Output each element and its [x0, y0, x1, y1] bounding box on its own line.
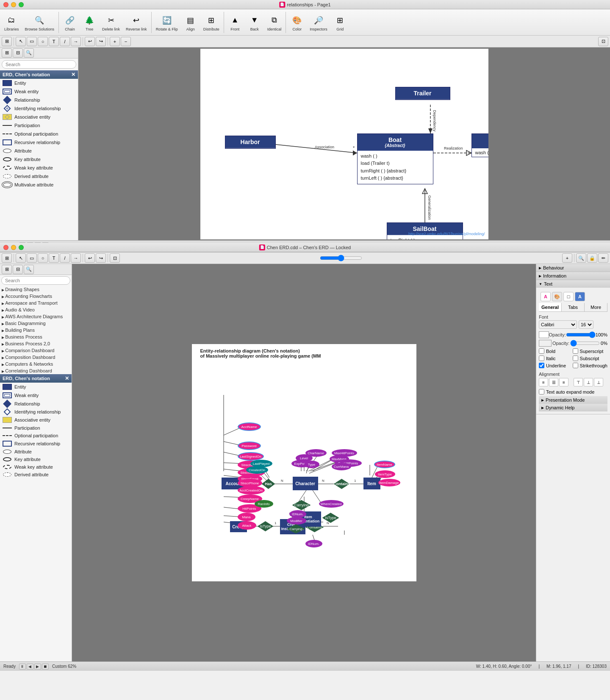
- acctname-ellipse[interactable]: AcctName: [238, 422, 261, 431]
- strikethrough-checkbox[interactable]: [573, 363, 578, 368]
- opacity1-slider[interactable]: [566, 331, 596, 338]
- sidebar-item-identifying-rel-2[interactable]: Identifying relationship: [0, 408, 72, 416]
- character-entity[interactable]: Character: [293, 477, 318, 490]
- bg-color-box[interactable]: [539, 340, 552, 347]
- fit-btn[interactable]: ⊡: [598, 37, 608, 46]
- cat-computers[interactable]: Computers & Networks: [0, 361, 72, 367]
- text-color-box[interactable]: [539, 331, 549, 338]
- browse-solutions-button[interactable]: 🔍 Browse Solutions: [22, 12, 57, 33]
- stop-btn-2[interactable]: ⏹: [42, 664, 49, 669]
- arrow-tool-2[interactable]: →: [71, 253, 81, 263]
- acctcreatedon-ellipse[interactable]: AcctCreatedOn: [238, 486, 265, 494]
- trailer-box[interactable]: Trailer: [395, 87, 450, 100]
- text-color-btn[interactable]: A: [541, 292, 551, 301]
- sidebar-search-btn[interactable]: 🔍: [24, 48, 34, 58]
- undo-btn[interactable]: ↩: [85, 37, 95, 46]
- item-entity[interactable]: Item: [363, 478, 380, 489]
- tree-button[interactable]: 🌲 Tree: [80, 12, 99, 33]
- lastsignedon-ellipse[interactable]: LastSignedOn: [238, 452, 264, 461]
- zoom-plus-2[interactable]: +: [562, 253, 572, 263]
- canvas-area-1[interactable]: Dependency Association * Realization: [78, 47, 610, 240]
- itemtype-ellipse[interactable]: ItemType: [375, 470, 395, 478]
- sidebar-item-entity[interactable]: Entity: [0, 79, 78, 87]
- canvas-paper-1[interactable]: Dependency Association * Realization: [200, 49, 488, 239]
- sidebar-item-attribute-2[interactable]: Attribute: [0, 448, 72, 456]
- text-auto-expand-checkbox[interactable]: [539, 389, 544, 394]
- createdon-ellipse[interactable]: CreatedOn: [246, 466, 268, 474]
- sidebar-search-btn-2[interactable]: 🔍: [24, 265, 34, 274]
- erd-section-header[interactable]: ERD, Chen's notation ✕: [0, 70, 78, 79]
- type-ellipse[interactable]: Type: [304, 461, 319, 468]
- align-button[interactable]: ▤ Align: [181, 12, 200, 33]
- rectangle-tool-2[interactable]: ▭: [27, 253, 37, 263]
- font-size-select[interactable]: 16: [579, 320, 593, 329]
- sidebar-item-optional-participation[interactable]: Optional participation: [0, 130, 78, 138]
- align-right-btn[interactable]: ≡: [559, 378, 568, 386]
- text-tool-2[interactable]: T: [49, 253, 59, 263]
- sidebar-item-weak-key-attr-2[interactable]: Weak key attribute: [0, 463, 72, 471]
- sidebar-item-relationship-2[interactable]: Relationship: [0, 400, 72, 408]
- cat-composition[interactable]: Composition Dashboard: [0, 354, 72, 361]
- idnum2-ellipse[interactable]: IDNum.: [305, 540, 322, 547]
- password-ellipse[interactable]: Password: [238, 442, 261, 450]
- maximize-button-1[interactable]: [19, 2, 24, 7]
- sidebar-item-weak-entity[interactable]: Weak entity: [0, 87, 78, 96]
- minimize-button-2[interactable]: [11, 245, 16, 250]
- align-middle-btn[interactable]: ⊥: [584, 378, 593, 386]
- sidebar-item-optional-part-2[interactable]: Optional participation: [0, 432, 72, 439]
- undo-btn-2[interactable]: ↩: [85, 253, 95, 263]
- search-btn-2[interactable]: 🔍: [576, 253, 586, 263]
- sidebar-item-key-attribute[interactable]: Key attribute: [0, 155, 78, 164]
- sidebar-item-multivalue-attr[interactable]: Multivalue attribute: [0, 181, 78, 189]
- cat-aerospace[interactable]: Aerospace and Transport: [0, 300, 72, 306]
- delete-link-button[interactable]: ✂ Delete link: [100, 12, 122, 33]
- line-tool[interactable]: /: [60, 37, 70, 46]
- maximize-button-2[interactable]: [19, 245, 24, 250]
- align-top-btn[interactable]: ⊤: [574, 378, 583, 386]
- modifier-ellipse[interactable]: Modifier: [287, 517, 306, 525]
- behaviour-header[interactable]: ▶ Behaviour: [536, 264, 610, 272]
- sailboat-box[interactable]: SailBoat turnRight ( ) turnLeft ( ): [387, 222, 463, 239]
- sidebar-item-relationship[interactable]: Relationship: [0, 96, 78, 104]
- tab-general[interactable]: General: [539, 303, 562, 311]
- harbor-box[interactable]: Harbor: [225, 136, 276, 149]
- sidebar-grid-btn[interactable]: ⊟: [13, 48, 23, 58]
- cat-drawing-shapes[interactable]: Drawing Shapes: [0, 286, 72, 293]
- bg-color-btn[interactable]: 🎨: [552, 292, 562, 301]
- superscript-checkbox[interactable]: [573, 348, 578, 354]
- sidebar-item-identifying-rel[interactable]: Identifying relationship: [0, 104, 78, 113]
- bold-format-btn[interactable]: A: [575, 292, 585, 301]
- zoom-out-btn[interactable]: −: [121, 37, 131, 46]
- cat-comparison[interactable]: Comparison Dashboard: [0, 347, 72, 354]
- information-header[interactable]: ▶ Information: [536, 272, 610, 280]
- whencreated-ellipse[interactable]: WhenCreated: [319, 500, 344, 508]
- inspectors-button[interactable]: 🔎 Inspectors: [307, 12, 330, 33]
- identical-button[interactable]: ⧉ Identical: [265, 12, 284, 33]
- pen-btn-2[interactable]: ✏: [598, 253, 608, 263]
- canvas-link[interactable]: http://sce2.umkc.edu/BIT/burrise/pl/mode…: [408, 232, 485, 236]
- circle-tool-2[interactable]: ○: [38, 253, 48, 263]
- sidebar-item-key-attr-2[interactable]: Key attribute: [0, 456, 72, 463]
- cat-accounting[interactable]: Accounting Flowcharts: [0, 293, 72, 300]
- align-center-btn[interactable]: ☰: [549, 378, 558, 386]
- cat-basic[interactable]: Basic Diagramming: [0, 320, 72, 327]
- sidebar-item-derived-attr[interactable]: Derived attribute: [0, 172, 78, 181]
- redo-btn-2[interactable]: ↪: [96, 253, 106, 263]
- panel-toggle-btn[interactable]: ⊞: [2, 37, 12, 46]
- color-button[interactable]: 🎨 Color: [288, 12, 306, 33]
- back-button[interactable]: ▼ Back: [245, 12, 264, 33]
- boat-box[interactable]: Boat {Abstract} wash ( ) load (Trailer t…: [357, 133, 433, 184]
- lock-btn-2[interactable]: 🔒: [587, 253, 597, 263]
- sidebar-item-recursive-rel-2[interactable]: Recursive relationship: [0, 439, 72, 448]
- canvas-paper-2[interactable]: Entity-relationship diagram (Chen's nota…: [192, 344, 416, 581]
- cat-correlating[interactable]: Correlating Dashboard: [0, 367, 72, 374]
- sidebar-item-weak-key-attr[interactable]: Weak key attribute: [0, 164, 78, 172]
- subscript-checkbox[interactable]: [573, 356, 578, 361]
- sidebar-item-associative-entity[interactable]: Associative entity: [0, 113, 78, 121]
- raninfo-ellipse[interactable]: RanInfo: [255, 500, 273, 508]
- search-input-2[interactable]: [1, 276, 70, 285]
- bold-checkbox[interactable]: [539, 348, 544, 354]
- zoom-slider-2[interactable]: [320, 255, 362, 261]
- front-button[interactable]: ▲ Front: [226, 12, 244, 33]
- italic-checkbox[interactable]: [539, 356, 544, 361]
